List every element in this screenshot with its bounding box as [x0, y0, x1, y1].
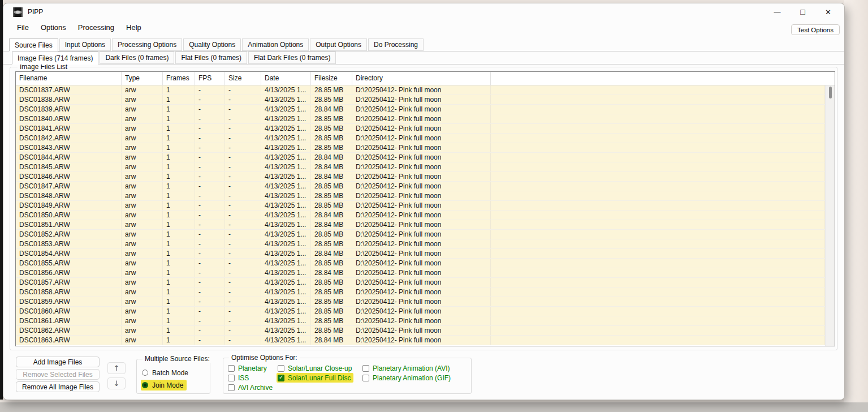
table-row[interactable]: DSC01853.ARWarw1--4/13/2025 1...28.85 MB…	[16, 239, 825, 249]
table-row[interactable]: DSC01852.ARWarw1--4/13/2025 1...28.85 MB…	[16, 230, 825, 239]
iss-checkbox[interactable]: ISS	[227, 373, 252, 383]
column-header-fps[interactable]: FPS	[195, 72, 225, 85]
cell-size: -	[225, 278, 261, 287]
table-row[interactable]: DSC01859.ARWarw1--4/13/2025 1...28.85 MB…	[16, 297, 825, 307]
tab-processing-options[interactable]: Processing Options	[112, 38, 182, 51]
table-row[interactable]: DSC01855.ARWarw1--4/13/2025 1...28.85 MB…	[16, 259, 825, 268]
column-header-filename[interactable]: Filename	[16, 72, 122, 85]
planetary-animation-gif-checkbox[interactable]: Planetary Animation (GIF)	[361, 373, 454, 383]
cell-filename: DSC01843.ARW	[16, 143, 122, 152]
cell-size: -	[225, 239, 261, 248]
table-row[interactable]: DSC01842.ARWarw1--4/13/2025 1...28.85 MB…	[16, 134, 825, 143]
solar-lunar-close-up-checkbox[interactable]: Solar/Lunar Close-up	[277, 363, 355, 373]
table-row[interactable]: DSC01838.ARWarw1--4/13/2025 1...28.85 MB…	[16, 95, 825, 105]
cell-fps: -	[195, 172, 225, 181]
cell-fps: -	[195, 105, 225, 114]
table-row[interactable]: DSC01860.ARWarw1--4/13/2025 1...28.85 MB…	[16, 307, 825, 316]
tab-input-options[interactable]: Input Options	[59, 38, 111, 51]
radio-icon	[142, 382, 148, 388]
table-row[interactable]: DSC01862.ARWarw1--4/13/2025 1...28.85 MB…	[16, 326, 825, 336]
tab-dark-files[interactable]: Dark Files (0 frames)	[100, 52, 174, 64]
tab-source-files[interactable]: Source Files	[9, 38, 58, 52]
checkbox-label: ISS	[238, 374, 249, 382]
move-up-button[interactable]: ↑	[107, 362, 126, 374]
tab-animation-options[interactable]: Animation Options	[242, 38, 309, 51]
table-row[interactable]: DSC01856.ARWarw1--4/13/2025 1...28.84 MB…	[16, 268, 825, 278]
cell-fps: -	[195, 162, 225, 171]
cell-filename: DSC01839.ARW	[16, 105, 122, 114]
minimize-icon[interactable]: —	[765, 3, 790, 20]
cell-type: arw	[122, 297, 163, 306]
test-options-button[interactable]: Test Options	[791, 24, 840, 35]
cell-frames: 1	[163, 191, 195, 200]
move-down-button[interactable]: ↓	[107, 377, 126, 389]
table-row[interactable]: DSC01861.ARWarw1--4/13/2025 1...28.85 MB…	[16, 316, 825, 326]
cell-directory: D:\20250412- Pink full moon	[352, 326, 491, 335]
cell-fps: -	[195, 201, 225, 210]
planetary-checkbox[interactable]: Planetary	[227, 363, 270, 373]
column-header-directory[interactable]: Directory	[352, 72, 491, 85]
menu-options[interactable]: Options	[41, 23, 66, 32]
table-row[interactable]: DSC01848.ARWarw1--4/13/2025 1...28.85 MB…	[16, 191, 825, 201]
menu-file[interactable]: File	[17, 23, 29, 32]
tab-flat-dark-files[interactable]: Flat Dark Files (0 frames)	[248, 52, 336, 64]
cell-filename: DSC01858.ARW	[16, 287, 122, 297]
cell-type: arw	[122, 249, 163, 258]
cell-fps: -	[195, 211, 225, 220]
tab-do-processing[interactable]: Do Processing	[368, 38, 424, 51]
maximize-icon[interactable]: □	[790, 3, 815, 20]
join-mode-radio[interactable]: Join Mode	[141, 380, 187, 390]
cell-frames: 1	[163, 153, 195, 162]
cell-filename: DSC01854.ARW	[16, 249, 122, 258]
cell-size: -	[225, 268, 261, 277]
remove-selected-files-button[interactable]: Remove Selected Files	[16, 369, 100, 380]
menu-processing[interactable]: Processing	[78, 23, 114, 32]
tab-quality-options[interactable]: Quality Options	[183, 38, 241, 51]
menu-help[interactable]: Help	[126, 23, 141, 32]
column-header-filesize[interactable]: Filesize	[311, 72, 352, 85]
cell-date: 4/13/2025 1...	[261, 249, 311, 258]
cell-date: 4/13/2025 1...	[261, 297, 311, 306]
table-row[interactable]: DSC01846.ARWarw1--4/13/2025 1...28.84 MB…	[16, 172, 825, 182]
tab-image-files[interactable]: Image Files (714 frames)	[12, 52, 98, 65]
scrollbar-thumb[interactable]	[829, 87, 832, 98]
cell-filesize: 28.85 MB	[311, 191, 352, 200]
table-row[interactable]: DSC01845.ARWarw1--4/13/2025 1...28.84 MB…	[16, 162, 825, 172]
cell-fps: -	[195, 259, 225, 268]
table-row[interactable]: DSC01858.ARWarw1--4/13/2025 1...28.85 MB…	[16, 287, 825, 297]
checkbox-label: Planetary Animation (AVI)	[373, 364, 450, 372]
add-image-files-button[interactable]: Add Image Files	[16, 357, 100, 367]
table-row[interactable]: DSC01841.ARWarw1--4/13/2025 1...28.85 MB…	[16, 124, 825, 134]
table-row[interactable]: DSC01843.ARWarw1--4/13/2025 1...28.85 MB…	[16, 143, 825, 153]
table-row[interactable]: DSC01844.ARWarw1--4/13/2025 1...28.84 MB…	[16, 153, 825, 162]
remove-all-image-files-button[interactable]: Remove All Image Files	[16, 381, 100, 392]
cell-directory: D:\20250412- Pink full moon	[352, 153, 491, 162]
cell-date: 4/13/2025 1...	[261, 259, 311, 268]
batch-mode-radio[interactable]: Batch Mode	[141, 367, 192, 378]
table-row[interactable]: DSC01847.ARWarw1--4/13/2025 1...28.85 MB…	[16, 182, 825, 191]
column-header-size[interactable]: Size	[225, 72, 261, 85]
cell-fps: -	[195, 220, 225, 229]
tab-output-options[interactable]: Output Options	[310, 38, 367, 51]
solar-lunar-full-disc-checkbox[interactable]: Solar/Lunar Full Disc	[277, 373, 353, 383]
cell-type: arw	[122, 172, 163, 181]
table-row[interactable]: DSC01839.ARWarw1--4/13/2025 1...28.84 MB…	[16, 105, 825, 114]
avi-archive-checkbox[interactable]: AVI Archive	[227, 383, 275, 392]
column-header-frames[interactable]: Frames	[163, 72, 195, 85]
table-row[interactable]: DSC01837.ARWarw1--4/13/2025 1...28.85 MB…	[16, 85, 825, 95]
planetary-animation-avi-checkbox[interactable]: Planetary Animation (AVI)	[361, 363, 453, 373]
column-header-type[interactable]: Type	[122, 72, 163, 85]
cell-fps: -	[195, 143, 225, 152]
table-row[interactable]: DSC01849.ARWarw1--4/13/2025 1...28.85 MB…	[16, 201, 825, 211]
table-row[interactable]: DSC01850.ARWarw1--4/13/2025 1...28.84 MB…	[16, 211, 825, 220]
tab-flat-files[interactable]: Flat Files (0 frames)	[175, 52, 247, 64]
table-row[interactable]: DSC01857.ARWarw1--4/13/2025 1...28.85 MB…	[16, 278, 825, 287]
table-row[interactable]: DSC01863.ARWarw1--4/13/2025 1...28.84 MB…	[16, 336, 825, 345]
table-row[interactable]: DSC01854.ARWarw1--4/13/2025 1...28.84 MB…	[16, 249, 825, 259]
table-row[interactable]: DSC01851.ARWarw1--4/13/2025 1...28.84 MB…	[16, 220, 825, 230]
column-header-date[interactable]: Date	[261, 72, 311, 85]
cell-filler	[491, 85, 825, 95]
close-icon[interactable]: ✕	[815, 3, 841, 20]
table-row[interactable]: DSC01840.ARWarw1--4/13/2025 1...28.85 MB…	[16, 114, 825, 124]
vertical-scrollbar[interactable]	[825, 85, 835, 346]
